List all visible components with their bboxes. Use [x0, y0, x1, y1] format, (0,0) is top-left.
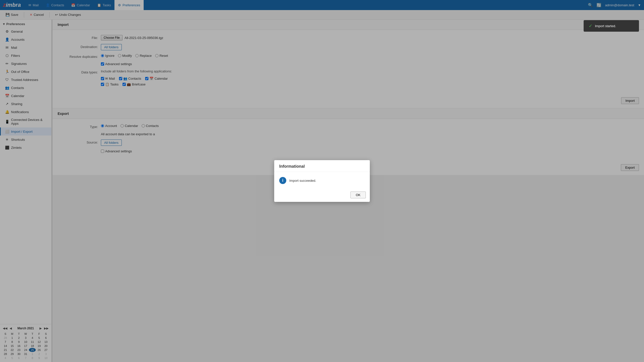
modal-overlay[interactable]: Informational i Import succeeded. OK	[0, 0, 644, 362]
modal-dialog: Informational i Import succeeded. OK	[274, 160, 370, 202]
modal-info-icon: i	[279, 177, 286, 184]
toast-notification: ✓ Import started.	[584, 20, 639, 32]
toast-message: Import started.	[595, 24, 616, 28]
modal-body: i Import succeeded.	[274, 172, 370, 189]
modal-footer: OK	[274, 189, 370, 202]
toast-icon: ✓	[589, 23, 592, 29]
modal-message: Import succeeded.	[289, 179, 316, 183]
modal-ok-button[interactable]: OK	[350, 192, 366, 198]
modal-title: Informational	[274, 160, 370, 172]
